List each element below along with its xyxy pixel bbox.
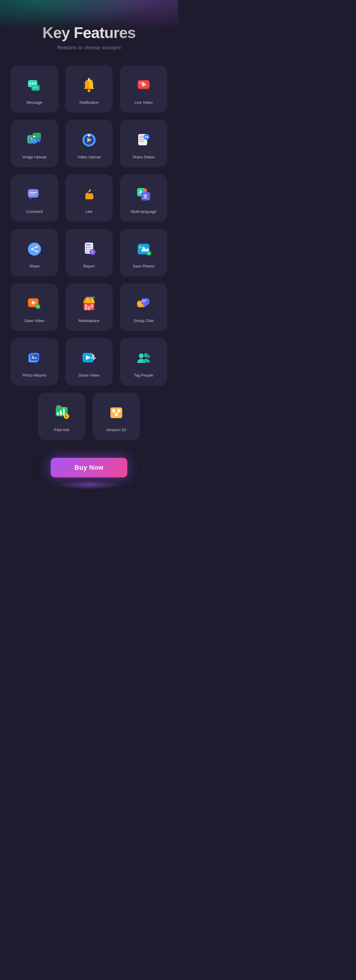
feature-label-multi-language: Multi-language	[131, 209, 156, 214]
feature-card-share-status[interactable]: Share Status	[120, 120, 167, 167]
svg-rect-104	[57, 412, 59, 415]
svg-text:+: +	[37, 304, 39, 309]
share-video-icon	[77, 346, 101, 370]
amazon-s3-icon	[104, 401, 128, 425]
svg-rect-94	[31, 355, 38, 360]
feature-card-video-upload[interactable]: Video Upload	[65, 120, 113, 167]
feature-card-photo-albums[interactable]: Photo Albums	[11, 338, 58, 385]
svg-point-2	[32, 83, 34, 84]
feature-label-tag-people: Tag People	[134, 373, 153, 377]
feature-card-multi-language[interactable]: A 文 × Multi-language	[120, 174, 167, 222]
svg-rect-64	[88, 249, 91, 250]
save-video-icon: +	[22, 292, 46, 315]
feature-card-comment[interactable]: Comment	[11, 174, 58, 222]
svg-rect-89	[142, 300, 147, 301]
svg-point-1	[30, 83, 31, 84]
svg-point-63	[86, 249, 87, 250]
svg-text:$: $	[65, 415, 67, 418]
svg-point-65	[86, 251, 87, 253]
feature-card-share[interactable]: Share	[11, 229, 58, 276]
svg-point-53	[28, 243, 41, 256]
svg-rect-115	[115, 414, 118, 416]
feature-label-save-photos: Save Photos	[133, 264, 155, 268]
svg-text:MARKET: MARKET	[86, 296, 95, 299]
marketplace-icon: MARKET	[77, 292, 101, 315]
message-icon	[22, 73, 46, 97]
page-header: Key Features Reasons to choose sociopro	[42, 24, 136, 51]
feature-card-save-video[interactable]: + Save Video	[11, 283, 58, 331]
feature-label-save-video: Save Video	[25, 318, 44, 323]
svg-text:ADS: ADS	[56, 405, 61, 407]
feature-card-amazon-s3[interactable]: Amazon S3	[93, 393, 140, 440]
feature-card-share-video[interactable]: Share Video	[65, 338, 113, 385]
svg-rect-112	[110, 407, 122, 418]
feature-card-message[interactable]: Message	[11, 65, 58, 113]
svg-text:✦: ✦	[83, 81, 85, 83]
feature-label-message: Message	[27, 100, 42, 105]
feature-label-live-video: Live Video	[135, 100, 152, 105]
svg-text:+: +	[38, 138, 40, 142]
svg-text:!: !	[92, 250, 93, 254]
notification-icon: ✦ ✦ ✦	[77, 73, 101, 97]
svg-rect-113	[112, 409, 115, 412]
buy-section: Buy Now	[51, 458, 127, 489]
feature-card-image-upload[interactable]: + Image Upload	[11, 120, 58, 167]
feature-card-like[interactable]: Like	[65, 174, 113, 222]
svg-rect-82	[91, 304, 93, 308]
save-photos-icon: +	[132, 237, 155, 261]
svg-rect-36	[139, 139, 144, 140]
feature-label-paid-ads: Paid Ads	[54, 428, 69, 432]
svg-rect-114	[118, 409, 120, 412]
photo-albums-icon	[22, 346, 46, 370]
feature-card-live-video[interactable]: LIVE Live Video	[120, 65, 167, 113]
svg-point-9	[88, 89, 91, 92]
feature-card-notification[interactable]: ✦ ✦ ✦ Notification	[65, 65, 113, 113]
svg-text:✦: ✦	[91, 79, 93, 81]
svg-point-19	[147, 81, 148, 82]
svg-text:+: +	[148, 251, 150, 255]
multi-language-icon: A 文 ×	[132, 183, 155, 206]
feature-card-report[interactable]: ! Report	[65, 229, 113, 276]
feature-label-amazon-s3: Amazon S3	[106, 428, 126, 432]
svg-rect-60	[86, 244, 91, 245]
svg-rect-16	[138, 88, 149, 89]
tag-people-icon	[132, 346, 155, 370]
video-upload-icon	[77, 128, 101, 152]
svg-text:✦: ✦	[88, 79, 90, 82]
feature-label-share: Share	[29, 264, 40, 268]
svg-rect-43	[30, 192, 37, 193]
buy-glow	[56, 480, 121, 489]
svg-text:LIVE: LIVE	[139, 82, 144, 84]
svg-rect-87	[139, 304, 142, 305]
paid-ads-icon: $ $ ADS	[50, 401, 73, 425]
feature-label-comment: Comment	[26, 209, 43, 214]
feature-label-share-video: Share Video	[78, 373, 99, 377]
svg-point-71	[139, 246, 142, 248]
feature-label-marketplace: Marketplace	[78, 318, 100, 323]
feature-label-like: Like	[85, 209, 93, 214]
svg-rect-105	[60, 410, 62, 415]
share-icon	[22, 237, 46, 261]
page-title: Key Features	[42, 24, 136, 41]
svg-point-7	[37, 87, 38, 88]
feature-card-save-photos[interactable]: + Save Photos	[120, 229, 167, 276]
svg-rect-80	[85, 304, 87, 310]
group-chat-icon	[132, 292, 155, 315]
comment-icon	[22, 183, 46, 206]
features-grid: Message ✦ ✦ ✦ Notification LIVE Live Vid…	[11, 65, 167, 385]
svg-rect-37	[139, 141, 144, 142]
svg-rect-90	[142, 302, 145, 302]
report-icon: !	[77, 237, 101, 261]
features-grid-bottom: $ $ ADS Paid Ads Amazon S3	[38, 393, 140, 440]
feature-card-paid-ads[interactable]: $ $ ADS Paid Ads	[38, 393, 85, 440]
svg-point-40	[147, 136, 148, 137]
feature-card-group-chat[interactable]: Group Chat	[120, 283, 167, 331]
svg-point-5	[33, 87, 34, 88]
svg-marker-45	[29, 197, 33, 200]
feature-label-video-upload: Video Upload	[77, 155, 101, 159]
feature-card-tag-people[interactable]: Tag People	[120, 338, 167, 385]
svg-rect-62	[88, 247, 91, 248]
feature-card-marketplace[interactable]: MARKET Marketplace	[65, 283, 113, 331]
buy-now-button[interactable]: Buy Now	[51, 458, 127, 477]
feature-label-group-chat: Group Chat	[134, 318, 153, 323]
